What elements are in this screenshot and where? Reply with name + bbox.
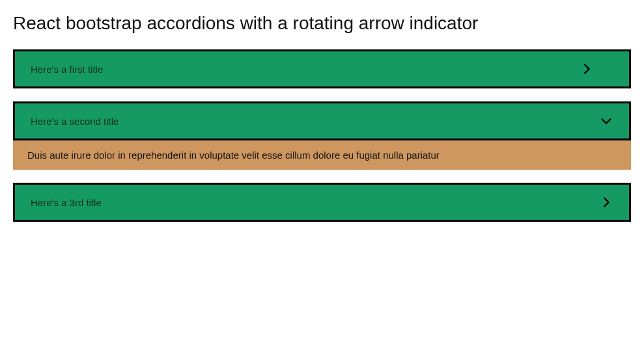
accordion-title-label: Here's a first title — [31, 64, 103, 75]
accordion-item: Here's a 3rd title — [13, 183, 631, 222]
chevron-down-icon — [599, 114, 613, 128]
accordion-item: Here's a second title Duis aute irure do… — [13, 101, 631, 170]
accordion-body-text: Duis aute irure dolor in reprehenderit i… — [27, 150, 440, 161]
chevron-right-icon — [580, 62, 594, 76]
accordion-title-label: Here's a second title — [31, 116, 119, 127]
accordion-title-label: Here's a 3rd title — [31, 197, 102, 208]
chevron-right-icon — [599, 195, 613, 209]
page-title: React bootstrap accordions with a rotati… — [13, 13, 631, 34]
accordion-header-2[interactable]: Here's a second title — [13, 101, 631, 140]
accordion-header-1[interactable]: Here's a first title — [13, 49, 631, 88]
accordion-header-3[interactable]: Here's a 3rd title — [13, 183, 631, 222]
accordion-body: Duis aute irure dolor in reprehenderit i… — [13, 140, 631, 170]
accordion-item: Here's a first title — [13, 49, 631, 88]
